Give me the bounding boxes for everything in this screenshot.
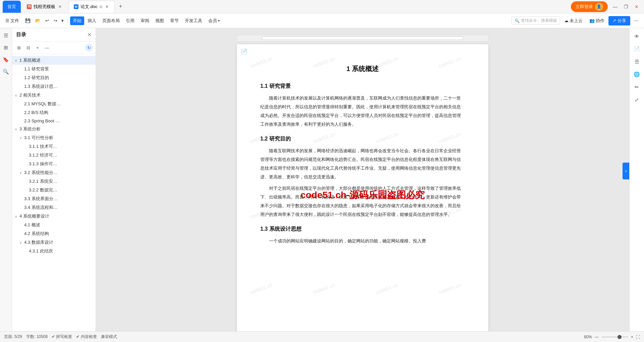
chapter-menu[interactable]: 章节 [167,16,181,25]
undo-btn[interactable]: ↩ [43,17,51,24]
more-btn[interactable]: ⋯ [632,17,641,24]
doc-tab[interactable]: W 论文.doc ⧉ ✕ [69,1,115,13]
search-box[interactable]: 🔍 查找命令、搜索模板 [512,16,560,25]
doc-heading-1-3: 1.3 系统设计思想 [260,226,465,233]
bookmark-btn[interactable]: 🔖 [1,55,11,64]
edit-mode-btn[interactable]: ✏ [632,82,642,93]
collab-icon: 👥 [589,18,595,23]
save-btn[interactable]: 💾 [23,17,33,24]
cloud-btn[interactable]: ☁ 未上云 [561,16,585,25]
collab-btn[interactable]: 👥 协作 [587,16,607,25]
toc-item-label: 3.2 系统性能分… [24,170,93,176]
start-menu[interactable]: 开始 [70,16,84,25]
find-btn[interactable]: 🔍 [1,67,11,76]
fullscreen-btn[interactable]: ⤢ [632,95,642,105]
toc-item[interactable]: 3.1.3 操作可… [12,160,96,168]
toc-item[interactable]: 3.1.1 技术可… [12,142,96,151]
toc-item[interactable]: ∨1 系统概述 [12,56,96,65]
sidebar-close-btn[interactable]: ✕ [87,32,92,38]
devtools-menu[interactable]: 开发工具 [182,16,205,25]
fullscreen-status-btn[interactable]: ⛶ [636,335,640,339]
home-tab[interactable]: 首页 [3,1,21,13]
file-menu[interactable]: ☰ 文件 [3,16,22,25]
read-mode-btn[interactable]: 👁 [632,31,642,42]
redo-btn[interactable]: ↪ [52,17,59,24]
icon-panel: ☰ ⊞ 🔖 🔍 [0,28,12,331]
outline-view-btn[interactable]: ☰ [632,56,642,67]
view-menu[interactable]: 视图 [153,16,167,25]
toc-item[interactable]: 3.2.1 系统安… [12,177,96,186]
open-btn[interactable]: 📂 [33,17,43,24]
new-tab-button[interactable]: + [116,2,125,11]
review-menu[interactable]: 审阅 [138,16,152,25]
doc-tab-close[interactable]: ✕ [104,4,110,9]
toc-item[interactable]: 1.1 研究背景 [12,65,96,73]
page-view-btn[interactable]: 📄 [632,44,642,54]
sidebar-title: 目录 [16,32,26,38]
zoom-thumb[interactable] [618,335,622,339]
toc-item-label: 4.3.1 此结庆 [29,248,93,254]
template-tab-close[interactable]: ✕ [57,4,63,9]
login-button[interactable]: 立即登录 👤 [571,1,608,12]
page-layout-menu[interactable]: 页面布局 [100,16,122,25]
toc-panel-btn[interactable]: ☰ [1,31,11,40]
toc-item[interactable]: 2.3 Spring Boot … [12,117,96,125]
zoom-slider[interactable] [601,336,628,338]
doc-para-3: 一个成功的网站应明确建设网站的目的，确定网站的功能，确定网站规模、投入费 [260,237,465,245]
toc-item[interactable]: 4.1 概述 [12,221,96,229]
spell-check-btn[interactable]: ✔ 拼写检查 [52,334,72,340]
reference-menu[interactable]: 引用 [123,16,137,25]
devtools-label: 开发工具 [185,18,202,24]
close-button[interactable]: ✕ [632,2,641,11]
zoom-in-btn[interactable]: + [631,335,633,339]
insert-menu[interactable]: 插入 [85,16,99,25]
expand-all-btn[interactable]: ⊞ [15,44,23,52]
more-quick-btn[interactable]: ▾ [60,17,65,24]
toc-item[interactable]: ∨4.3.数据库设计 [12,238,96,247]
toc-item[interactable]: 4.2 系统结构 [12,229,96,238]
toc-item[interactable]: 3.1.2 经济可… [12,151,96,160]
template-tab[interactable]: 找 找程壳模板 ✕ [22,1,67,13]
doc-area[interactable]: 📄 code51.cncode51.cncode51.cncode51.cnco… [96,28,629,331]
toc-item[interactable]: ∨2 相关技术 [12,91,96,100]
file-menu-icon: ☰ [5,18,9,23]
toc-item[interactable]: ∨3.2 系统性能分… [12,168,96,177]
toc-item-label: 3.3 系统界面分… [24,196,93,202]
toc-item[interactable]: 3.2.2 数据完… [12,186,96,194]
toc-item[interactable]: ∨3.1 可行性分析 [12,133,96,142]
add-heading-btn[interactable]: + [34,44,42,52]
word-count: 字数: 10508 [26,334,48,340]
collab-label: 协作 [596,18,604,24]
toc-item-label: 3.4 系统流程和… [24,205,93,211]
toc-item[interactable]: 3.4 系统流程和… [12,203,96,212]
doc-page: 📄 code51.cncode51.cncode51.cncode51.cnco… [237,44,488,331]
toc-item[interactable]: 2.1 MYSQL 数据… [12,100,96,108]
share-button[interactable]: ↗ 分享 [608,16,630,25]
member-menu[interactable]: 会员 ▾ [206,16,222,25]
toc-item[interactable]: ∨3 系统分析 [12,125,96,133]
restore-button[interactable]: ❐ [621,2,631,11]
refresh-toc-btn[interactable]: ↻ [85,44,93,52]
collapse-all-btn[interactable]: ⊟ [24,44,32,52]
doc-tab-restore-icon[interactable]: ⧉ [100,5,102,9]
toc-item-label: 2.1 MYSQL 数据… [24,101,93,107]
remove-heading-btn[interactable]: — [43,44,51,52]
zoom-out-btn[interactable]: — [595,335,599,339]
content-check-btn[interactable]: ✔ 内容检查 [76,334,97,340]
status-bar-right: 80% — + ⛶ [584,335,640,339]
minimize-button[interactable]: — [610,2,620,11]
toc-item[interactable]: ∨4 系统概要设计 [12,212,96,221]
doc-para-2-2: 对于之前民宿在线预定平台的管理，大部分都是使用传统的人工方式去管理，这样导致了管… [260,184,465,219]
toc-item[interactable]: 4.3.1 此结庆 [12,247,96,255]
toc-item[interactable]: 3.3 系统界面分… [12,194,96,203]
outline-btn[interactable]: ⊞ [1,43,11,52]
view-label: 视图 [155,18,164,24]
toc-item[interactable]: 1.2 研究目的 [12,73,96,82]
share-label: 分享 [618,18,626,24]
toc-item[interactable]: 1.3 系统设计思… [12,82,96,91]
web-view-btn[interactable]: 🌐 [632,69,642,80]
right-float-btn[interactable]: › [623,163,629,179]
file-menu-label: 文件 [10,18,19,24]
toc-item[interactable]: 2.2 B/S 结构 [12,108,96,117]
ruler-top [237,35,488,42]
